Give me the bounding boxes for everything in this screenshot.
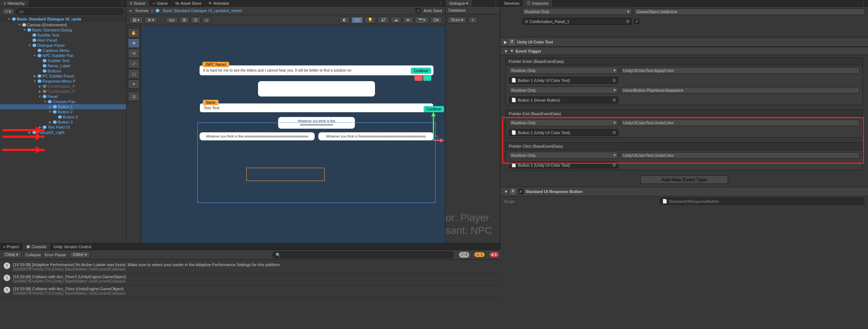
hierarchy-item[interactable]: ▼Button 2 (0, 109, 126, 114)
toolbar-icon[interactable]: ◐ (340, 16, 350, 23)
continue-button[interactable]: Continue (411, 68, 431, 74)
log-item[interactable]: ![18:33:08] Collision with Acc_Floor2 (U… (1, 273, 499, 285)
hierarchy-item[interactable]: ▶Popup03_Light (0, 130, 126, 135)
callstate-dropdown[interactable]: Runtime Only▾ (509, 87, 618, 94)
choice-button-2[interactable]: Whatever you think is fine eeeeeeeeeeeee… (200, 132, 315, 140)
function-dropdown[interactable]: GameObject.SetActive (634, 8, 865, 15)
editor-dropdown[interactable]: Editor ▾ (70, 251, 90, 258)
toolbar-icon[interactable]: ≡|≡ (166, 17, 178, 23)
mode-2d-button[interactable]: 2D (351, 17, 363, 23)
move-tool-icon[interactable]: ✥ (128, 38, 140, 48)
scene-dropdown[interactable]: Scen ▾ (448, 16, 467, 23)
object-field[interactable]: 📄Button 1 (Hover Button)⊙ (509, 97, 618, 103)
clear-button[interactable]: Clear ▾ (2, 251, 22, 258)
shading-mode-button[interactable]: ▨ ▾ (129, 16, 143, 23)
custom-tool-icon[interactable]: ⊡ (128, 92, 140, 101)
tab-scene[interactable]: # Scene (126, 0, 149, 6)
component-unity-ui-color[interactable]: ▶# Unity UI Color Text (500, 37, 868, 47)
hierarchy-item[interactable]: ▼Response Menu P (0, 79, 126, 84)
callstate-dropdown[interactable]: Runtime Only▾ (509, 152, 618, 159)
move-gizmo-icon[interactable] (430, 111, 444, 144)
panel-menu-icon[interactable]: ⋮ (860, 1, 868, 5)
camera-icon[interactable]: 📷▾ (415, 16, 429, 23)
audio-icon[interactable]: 🔊 (378, 16, 389, 23)
function-dropdown[interactable]: HoverButton.PlayHoverSequence (621, 87, 860, 94)
draw-mode-button[interactable]: ⊕ ▾ (144, 16, 158, 23)
scale-tool-icon[interactable]: ⤢ (128, 59, 140, 68)
gizmos-icon[interactable]: ⊡▾ (430, 16, 442, 23)
object-field[interactable]: ⊙Confirmation_Panel_1⊙ (522, 18, 632, 25)
breadcrumb-scenes[interactable]: Scenes (135, 8, 149, 13)
component-event-trigger[interactable]: ▼✦ Event Trigger (500, 47, 868, 55)
hierarchy-item[interactable]: ▶Button 1 (0, 104, 126, 109)
transform-tool-icon[interactable]: ✦ (128, 79, 140, 89)
add-button[interactable]: + (468, 16, 477, 23)
hierarchy-item[interactable]: ▶PC Subtitle Panel (0, 73, 126, 79)
tab-project[interactable]: ▪ Project (0, 244, 23, 250)
callstate-dropdown[interactable]: Runtime Only▾ (509, 119, 618, 126)
autosave-checkbox[interactable]: ✓ (416, 8, 421, 13)
visibility-icon[interactable]: 👁 (403, 17, 413, 23)
hierarchy-item[interactable]: Button 2 (0, 114, 126, 120)
toolbar-icon[interactable]: ⊞ (179, 16, 189, 23)
hierarchy-item[interactable]: ▶Confirmation_P (0, 89, 126, 94)
hierarchy-item[interactable]: Alert Panel (0, 38, 126, 43)
object-field[interactable]: 📄Button 1 (Unity UI Color Text)⊙ (509, 77, 618, 84)
hierarchy-item[interactable]: ▼Canvas (Environment) (0, 22, 126, 27)
collapse-toggle[interactable]: Collapse (25, 253, 41, 257)
hand-tool-icon[interactable]: ✋ (128, 28, 140, 38)
create-button[interactable]: + ▾ (2, 8, 14, 15)
fx-icon[interactable]: ☁ (391, 16, 401, 23)
function-dropdown[interactable]: UnityUIColorText.ApplyColor (621, 67, 860, 74)
panel-menu-icon[interactable]: ⋮ (437, 1, 445, 5)
function-dropdown[interactable]: UnityUIColorText.UndoColor (621, 120, 860, 126)
tab-console[interactable]: ▣ Console (23, 243, 50, 250)
hierarchy-item[interactable]: ▶Confirmation_P (0, 84, 126, 89)
error-badge[interactable]: ● 1 (490, 252, 499, 257)
hierarchy-item[interactable]: Subtitle Text (0, 58, 126, 63)
hierarchy-item[interactable]: ▶Text Field UI (0, 125, 126, 130)
function-dropdown[interactable]: UnityUIColorText.UndoColor (621, 152, 860, 159)
hierarchy-item[interactable]: ▼Dialogue Panel (0, 43, 126, 48)
hierarchy-item[interactable]: Subtitle Text (0, 33, 126, 38)
plus-button[interactable]: + (423, 75, 431, 81)
object-field[interactable]: 📄Button 1 (Unity UI Color Text)⊙ (509, 129, 618, 136)
hierarchy-item[interactable]: ▼Choices Pan (0, 99, 126, 104)
tab-services[interactable]: Services (500, 0, 523, 6)
error-pause-toggle[interactable]: Error Pause (45, 253, 66, 257)
toolbar-icon[interactable]: ⊡ (191, 16, 201, 23)
tab-game[interactable]: ∞ Game (149, 0, 171, 6)
scene-root[interactable]: ▼ Basic Standard Dialogue UI_upda (0, 16, 126, 22)
choice-button-3[interactable]: Whatever you think is fineeeeeeeeeeeeeee… (318, 132, 433, 140)
tab-dialogue[interactable]: Dialogue ▸ (446, 0, 472, 6)
tab-hierarchy[interactable]: ≡ Hierarchy (0, 0, 29, 6)
lighting-icon[interactable]: 💡 (364, 16, 376, 23)
panel-menu-icon[interactable]: ⋮ (118, 1, 126, 5)
enable-checkbox[interactable]: ✓ (518, 189, 523, 194)
hierarchy-search-input[interactable] (16, 8, 124, 15)
panel-menu-icon[interactable]: ⋮ (492, 1, 500, 5)
bool-checkbox[interactable]: ✓ (634, 19, 639, 24)
callstate-dropdown[interactable]: Runtime Only▾ (509, 67, 618, 74)
toolbar-icon[interactable]: ≡ (202, 17, 211, 23)
object-field[interactable]: 📄Button 1 (Unity UI Color Text)⊙ (509, 162, 618, 169)
tab-asset-store[interactable]: 🛍 Asset Store (171, 0, 205, 6)
console-search-input[interactable] (272, 252, 454, 258)
tab-inspector[interactable]: ⓘ Inspector (523, 0, 552, 7)
hierarchy-item[interactable]: ▼NPC Subtitle Pan (0, 53, 126, 58)
log-item[interactable]: ![18:33:08] Collision with Acc_Floor (Un… (1, 285, 499, 297)
info-badge[interactable]: ⓘ 5 (459, 252, 469, 258)
warn-badge[interactable]: ⚠ 1 (474, 252, 484, 257)
minus-button[interactable]: - (414, 75, 422, 81)
rotate-tool-icon[interactable]: ⟲ (128, 49, 140, 58)
hierarchy-item[interactable]: ▼Panel (0, 94, 126, 99)
hierarchy-item[interactable]: Buttons (0, 68, 126, 73)
add-event-button[interactable]: Add New Event Type (640, 175, 728, 184)
hierarchy-item[interactable]: ▼Basic Standard Dialog (0, 27, 126, 33)
choice-button-1[interactable]: Whatever you think is fine eeeeeeeeeeeee… (278, 117, 355, 129)
hierarchy-item[interactable]: Name_Label (0, 63, 126, 68)
tab-uvc[interactable]: Unity Version Control (50, 244, 95, 250)
log-item[interactable]: ![18:33:08] [Adaptive Performance] No Ac… (1, 261, 499, 273)
component-std-response[interactable]: ▼# ✓ Standard UI Response Button (500, 187, 868, 196)
hierarchy-item[interactable]: Captions Menu (0, 48, 126, 53)
